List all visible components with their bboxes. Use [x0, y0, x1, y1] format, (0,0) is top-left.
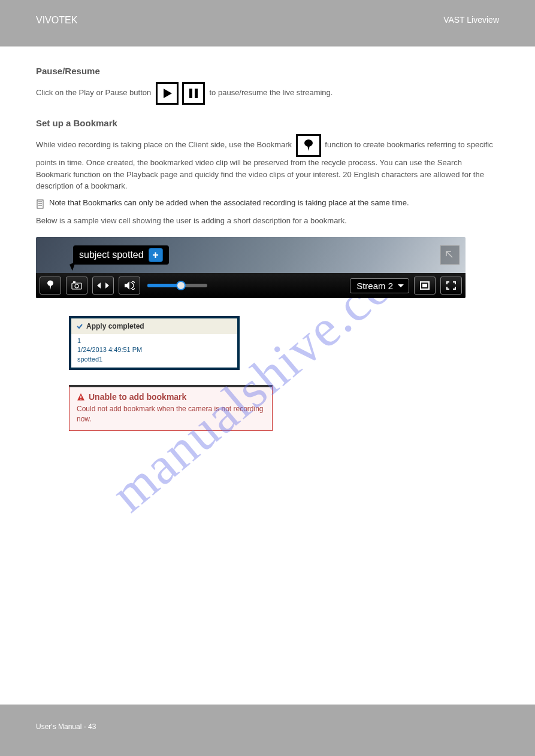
collapse-icon[interactable] [440, 245, 460, 265]
bookmark-intro: While video recording is taking place on… [36, 134, 499, 192]
svg-marker-4 [307, 145, 310, 151]
svg-rect-2 [195, 89, 198, 98]
stream-selector[interactable]: Stream 2 [350, 278, 409, 293]
svg-marker-14 [97, 283, 101, 289]
play-icon [156, 82, 179, 105]
bookmark-toolbar-icon[interactable] [40, 277, 61, 294]
pause-resume-heading: Pause/Resume [36, 66, 499, 76]
slider-thumb[interactable] [176, 281, 186, 290]
error-title-text: Unable to add bookmark [89, 392, 186, 402]
svg-rect-20 [80, 396, 81, 398]
svg-rect-18 [422, 284, 427, 287]
svg-marker-15 [105, 283, 109, 289]
svg-rect-1 [189, 89, 192, 98]
svg-marker-0 [164, 89, 172, 98]
snapshot-icon[interactable] [66, 277, 87, 294]
apply-completed-dialog: Apply completed 1 1/24/2013 4:49:51 PM s… [69, 316, 240, 370]
bookmark-icon [296, 134, 321, 157]
pause-icon [182, 82, 205, 105]
svg-point-12 [75, 284, 78, 288]
volume-slider[interactable] [147, 284, 207, 287]
restore-window-icon[interactable] [414, 277, 436, 294]
svg-marker-16 [125, 281, 129, 290]
page-header: VIVOTEK VAST Liveview [0, 0, 535, 46]
add-bookmark-button[interactable]: + [149, 248, 163, 262]
check-icon [76, 323, 83, 330]
section-title: VAST Liveview [443, 15, 499, 25]
svg-rect-5 [37, 200, 43, 208]
page-body: manualshive.com Pause/Resume Click on th… [0, 46, 535, 705]
warning-icon [77, 393, 85, 401]
apply-completed-title: Apply completed [86, 322, 144, 330]
footer-text: User's Manual - 43 [0, 705, 535, 749]
speaker-icon[interactable] [119, 277, 140, 294]
bookmark-input-text: subject spotted [79, 250, 144, 260]
ptz-icon[interactable] [92, 277, 114, 294]
svg-rect-21 [80, 399, 81, 400]
below-sample-text: Below is a sample view cell showing the … [36, 215, 499, 227]
bookmark-input-bubble[interactable]: subject spotted + [73, 245, 169, 265]
svg-marker-10 [50, 285, 52, 290]
svg-rect-13 [73, 281, 75, 283]
brand-text: VIVOTEK [36, 15, 77, 26]
pause-resume-paragraph: Click on the Play or Pause button to pau… [36, 82, 499, 105]
error-body-text: Could not add bookmark when the camera i… [77, 404, 265, 424]
bookmark-heading: Set up a Bookmark [36, 118, 499, 128]
error-dialog: Unable to add bookmark Could not add boo… [69, 385, 273, 431]
video-toolbar: Stream 2 [36, 273, 466, 298]
video-cell: subject spotted + [36, 237, 466, 298]
page-footer: User's Manual - 43 [0, 705, 535, 755]
note-icon [36, 199, 46, 209]
fullscreen-icon[interactable] [440, 277, 462, 294]
bookmark-note: Note that Bookmarks can only be added wh… [36, 198, 499, 209]
